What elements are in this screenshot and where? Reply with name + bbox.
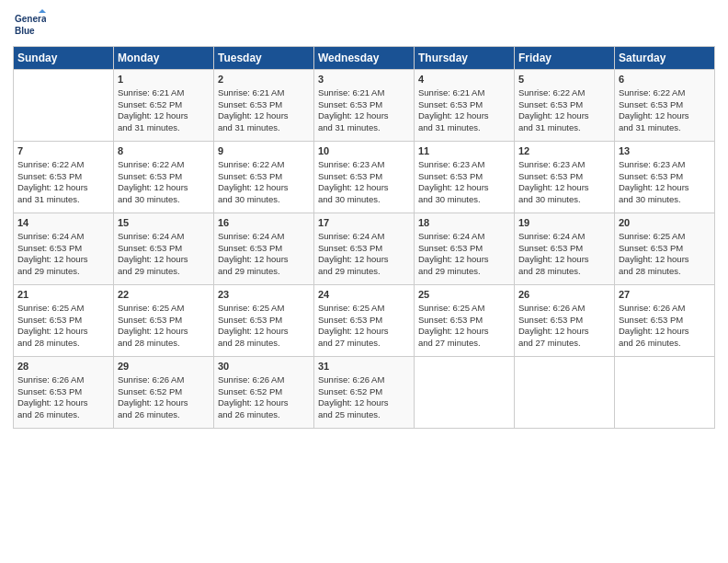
day-cell: 24Sunrise: 6:25 AMSunset: 6:53 PMDayligh… <box>314 285 415 357</box>
day-info: Sunrise: 6:22 AM <box>118 159 210 171</box>
day-info: and 31 minutes. <box>118 122 210 134</box>
day-info: and 28 minutes. <box>619 266 711 278</box>
day-info: Daylight: 12 hours <box>118 182 210 194</box>
day-number: 23 <box>218 288 310 302</box>
day-number: 21 <box>17 288 109 302</box>
calendar-container: General Blue SundayMondayTuesdayWednesda… <box>0 0 728 438</box>
day-info: Sunrise: 6:24 AM <box>17 231 109 243</box>
day-info: Sunset: 6:53 PM <box>318 171 410 183</box>
day-info: and 26 minutes. <box>118 409 210 421</box>
day-info: Sunrise: 6:24 AM <box>218 231 310 243</box>
day-cell: 8Sunrise: 6:22 AMSunset: 6:53 PMDaylight… <box>114 142 214 213</box>
day-info: and 29 minutes. <box>418 266 510 278</box>
day-info: Sunset: 6:53 PM <box>218 243 310 255</box>
day-info: Daylight: 12 hours <box>318 254 410 266</box>
day-info: Daylight: 12 hours <box>17 397 109 409</box>
day-info: Sunrise: 6:21 AM <box>318 87 410 99</box>
day-info: Sunrise: 6:23 AM <box>619 159 711 171</box>
day-info: Sunset: 6:53 PM <box>418 243 510 255</box>
day-info: Sunrise: 6:24 AM <box>418 231 510 243</box>
day-info: Sunset: 6:53 PM <box>418 171 510 183</box>
day-info: Sunrise: 6:22 AM <box>17 159 109 171</box>
day-info: and 27 minutes. <box>418 338 510 350</box>
day-info: Sunset: 6:53 PM <box>17 243 109 255</box>
day-info: Daylight: 12 hours <box>118 326 210 338</box>
day-cell: 20Sunrise: 6:25 AMSunset: 6:53 PMDayligh… <box>615 213 715 285</box>
day-cell: 11Sunrise: 6:23 AMSunset: 6:53 PMDayligh… <box>415 142 515 213</box>
day-number: 12 <box>518 144 610 158</box>
day-info: and 27 minutes. <box>318 338 410 350</box>
day-info: Sunrise: 6:22 AM <box>518 87 610 99</box>
day-info: Daylight: 12 hours <box>418 110 510 122</box>
day-info: Sunset: 6:53 PM <box>218 315 310 327</box>
day-info: Daylight: 12 hours <box>418 326 510 338</box>
day-number: 11 <box>418 144 510 158</box>
day-info: and 31 minutes. <box>17 194 109 206</box>
day-info: Sunset: 6:53 PM <box>518 315 610 327</box>
day-info: and 31 minutes. <box>218 122 310 134</box>
day-info: Daylight: 12 hours <box>218 182 310 194</box>
day-cell: 21Sunrise: 6:25 AMSunset: 6:53 PMDayligh… <box>14 285 114 357</box>
day-info: Daylight: 12 hours <box>518 254 610 266</box>
day-info: Sunset: 6:53 PM <box>418 315 510 327</box>
day-info: Sunrise: 6:26 AM <box>619 303 711 315</box>
day-info: Sunrise: 6:24 AM <box>518 231 610 243</box>
day-info: Daylight: 12 hours <box>318 110 410 122</box>
day-info: Sunset: 6:53 PM <box>17 386 109 398</box>
day-info: Daylight: 12 hours <box>17 254 109 266</box>
day-number: 6 <box>619 73 711 86</box>
day-info: Sunrise: 6:26 AM <box>118 374 210 386</box>
day-number: 3 <box>318 73 410 86</box>
day-info: Sunset: 6:53 PM <box>318 243 410 255</box>
day-info: Daylight: 12 hours <box>118 397 210 409</box>
day-number: 28 <box>17 360 109 373</box>
day-info: and 26 minutes. <box>218 409 310 421</box>
day-info: Sunset: 6:53 PM <box>218 99 310 111</box>
day-info: and 29 minutes. <box>218 266 310 278</box>
day-number: 31 <box>318 360 410 373</box>
col-header-friday: Friday <box>515 47 615 70</box>
day-cell: 17Sunrise: 6:24 AMSunset: 6:53 PMDayligh… <box>314 213 415 285</box>
day-info: and 30 minutes. <box>318 194 410 206</box>
day-info: and 26 minutes. <box>17 409 109 421</box>
week-row-4: 21Sunrise: 6:25 AMSunset: 6:53 PMDayligh… <box>14 285 715 357</box>
day-info: Sunrise: 6:21 AM <box>118 87 210 99</box>
day-number: 13 <box>619 144 711 158</box>
day-info: Sunrise: 6:24 AM <box>318 231 410 243</box>
day-info: Sunrise: 6:23 AM <box>518 159 610 171</box>
day-info: Sunset: 6:53 PM <box>418 99 510 111</box>
day-cell: 27Sunrise: 6:26 AMSunset: 6:53 PMDayligh… <box>615 285 715 357</box>
day-info: and 28 minutes. <box>17 338 109 350</box>
day-info: Sunset: 6:53 PM <box>518 171 610 183</box>
day-cell: 31Sunrise: 6:26 AMSunset: 6:52 PMDayligh… <box>314 357 415 429</box>
day-info: and 29 minutes. <box>118 266 210 278</box>
day-info: Sunrise: 6:25 AM <box>17 303 109 315</box>
day-cell: 19Sunrise: 6:24 AMSunset: 6:53 PMDayligh… <box>515 213 615 285</box>
day-info: Sunset: 6:53 PM <box>318 315 410 327</box>
day-number: 22 <box>118 288 210 302</box>
day-info: Daylight: 12 hours <box>518 110 610 122</box>
day-info: and 30 minutes. <box>518 194 610 206</box>
day-cell: 26Sunrise: 6:26 AMSunset: 6:53 PMDayligh… <box>515 285 615 357</box>
day-info: Daylight: 12 hours <box>518 326 610 338</box>
day-number: 5 <box>518 73 610 86</box>
day-number: 25 <box>418 288 510 302</box>
day-info: Daylight: 12 hours <box>318 326 410 338</box>
day-info: Sunrise: 6:25 AM <box>218 303 310 315</box>
day-info: Daylight: 12 hours <box>218 397 310 409</box>
day-cell: 4Sunrise: 6:21 AMSunset: 6:53 PMDaylight… <box>415 70 515 142</box>
day-info: and 31 minutes. <box>518 122 610 134</box>
day-info: and 29 minutes. <box>318 266 410 278</box>
col-header-sunday: Sunday <box>14 47 114 70</box>
day-cell: 9Sunrise: 6:22 AMSunset: 6:53 PMDaylight… <box>214 142 314 213</box>
day-cell <box>615 357 715 429</box>
day-cell: 25Sunrise: 6:25 AMSunset: 6:53 PMDayligh… <box>415 285 515 357</box>
col-header-thursday: Thursday <box>415 47 515 70</box>
day-cell: 6Sunrise: 6:22 AMSunset: 6:53 PMDaylight… <box>615 70 715 142</box>
day-info: and 26 minutes. <box>619 338 711 350</box>
logo-svg: General Blue <box>13 9 46 42</box>
day-info: Sunrise: 6:25 AM <box>318 303 410 315</box>
day-info: Sunrise: 6:26 AM <box>17 374 109 386</box>
svg-text:Blue: Blue <box>15 26 35 36</box>
day-cell: 3Sunrise: 6:21 AMSunset: 6:53 PMDaylight… <box>314 70 415 142</box>
